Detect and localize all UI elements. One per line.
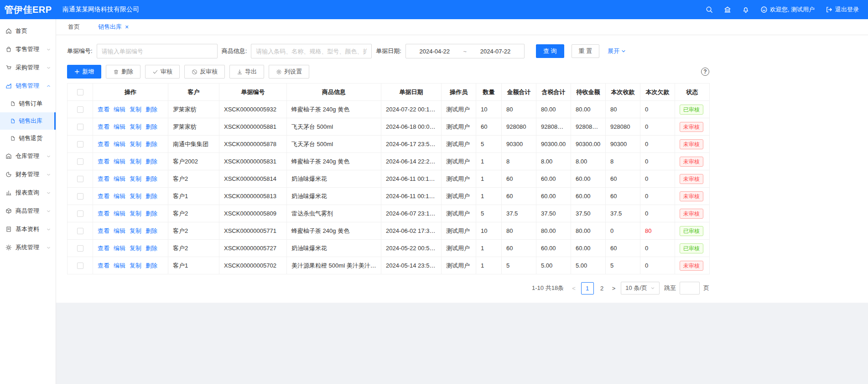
delete-link[interactable]: 删除: [146, 175, 157, 182]
edit-link[interactable]: 编辑: [114, 227, 125, 234]
edit-link[interactable]: 编辑: [114, 193, 125, 200]
view-link[interactable]: 查看: [98, 227, 109, 234]
sidebar-item-purchase-management[interactable]: 采购管理: [0, 58, 56, 77]
delete-link[interactable]: 删除: [146, 262, 157, 269]
copy-link[interactable]: 复制: [130, 193, 141, 200]
page-button-2[interactable]: 2: [598, 282, 607, 295]
cell-product: 蜂蜜柚子茶 240g 黄色: [287, 222, 381, 240]
delete-link[interactable]: 删除: [146, 141, 157, 147]
select-all-checkbox[interactable]: [77, 89, 83, 95]
prev-page-button[interactable]: <: [571, 285, 577, 292]
view-link[interactable]: 查看: [98, 141, 109, 147]
warehouse-icon: [5, 153, 12, 159]
view-link[interactable]: 查看: [98, 210, 109, 217]
copy-link[interactable]: 复制: [130, 210, 141, 217]
sidebar-item-sales-outbound[interactable]: 销售出库: [0, 112, 56, 130]
reset-button[interactable]: 重 置: [572, 44, 600, 58]
edit-link[interactable]: 编辑: [114, 262, 125, 269]
search-button[interactable]: 查 询: [536, 44, 564, 58]
delete-link[interactable]: 删除: [146, 227, 157, 234]
view-link[interactable]: 查看: [98, 175, 109, 182]
audit-button[interactable]: 审核: [145, 65, 180, 79]
cell-qty: 1: [476, 257, 502, 274]
edit-link[interactable]: 编辑: [114, 210, 125, 217]
unaudit-button[interactable]: 反审核: [184, 65, 225, 79]
sidebar-item-basic-data[interactable]: 基本资料: [0, 220, 56, 238]
export-button[interactable]: 导出: [229, 65, 264, 79]
delete-link[interactable]: 删除: [146, 245, 157, 252]
cell-amount: 90300: [502, 136, 536, 153]
edit-link[interactable]: 编辑: [114, 245, 125, 252]
edit-link[interactable]: 编辑: [114, 141, 125, 147]
view-link[interactable]: 查看: [98, 193, 109, 200]
row-checkbox[interactable]: [77, 245, 83, 252]
copy-link[interactable]: 复制: [130, 106, 141, 113]
delete-link[interactable]: 删除: [146, 123, 157, 130]
sidebar-item-finance-management[interactable]: 财务管理: [0, 165, 56, 184]
copy-link[interactable]: 复制: [130, 123, 141, 130]
next-page-button[interactable]: >: [611, 285, 617, 292]
order-no-input[interactable]: [97, 44, 218, 58]
row-checkbox[interactable]: [77, 263, 83, 269]
search-icon[interactable]: [706, 6, 713, 13]
row-checkbox[interactable]: [77, 106, 83, 113]
row-checkbox[interactable]: [77, 124, 83, 130]
date-to-value[interactable]: 2024-07-22: [480, 48, 511, 55]
sidebar-item-product-management[interactable]: 商品管理: [0, 202, 56, 220]
user-menu[interactable]: 欢迎您, 测试用户: [760, 5, 815, 14]
sidebar-item-warehouse-management[interactable]: 仓库管理: [0, 147, 56, 165]
view-link[interactable]: 查看: [98, 158, 109, 165]
sidebar-item-system-management[interactable]: 系统管理: [0, 238, 56, 257]
column-settings-button[interactable]: 列设置: [269, 65, 309, 79]
copy-link[interactable]: 复制: [130, 158, 141, 165]
home-icon: [5, 28, 12, 34]
row-checkbox[interactable]: [77, 176, 83, 182]
sidebar-item-sales-return[interactable]: 销售退货: [0, 130, 56, 147]
copy-link[interactable]: 复制: [130, 227, 141, 234]
expand-toggle[interactable]: 展开: [608, 47, 626, 55]
view-link[interactable]: 查看: [98, 262, 109, 269]
row-checkbox[interactable]: [77, 193, 83, 200]
add-button[interactable]: 新增: [67, 65, 101, 79]
edit-link[interactable]: 编辑: [114, 158, 125, 165]
copy-link[interactable]: 复制: [130, 245, 141, 252]
cell-owed: 0: [640, 240, 675, 257]
product-info-input[interactable]: [251, 44, 372, 58]
delete-button[interactable]: 删除: [106, 65, 140, 79]
sidebar-item-report-query[interactable]: 报表查询: [0, 184, 56, 202]
delete-link[interactable]: 删除: [146, 210, 157, 217]
edit-link[interactable]: 编辑: [114, 175, 125, 182]
sidebar-item-sales-management[interactable]: 销售管理: [0, 77, 56, 95]
row-checkbox[interactable]: [77, 210, 83, 217]
logout-button[interactable]: 退出登录: [826, 5, 859, 14]
delete-link[interactable]: 删除: [146, 158, 157, 165]
cell-product: 雷达杀虫气雾剂: [287, 205, 381, 222]
page-size-select[interactable]: 10 条/页: [621, 282, 660, 295]
delete-link[interactable]: 删除: [146, 106, 157, 113]
date-from-value[interactable]: 2024-04-22: [419, 48, 450, 55]
page-button-1[interactable]: 1: [581, 282, 594, 295]
row-checkbox[interactable]: [77, 141, 83, 147]
date-range-picker[interactable]: 2024-04-22 ~ 2024-07-22: [405, 44, 525, 58]
home-shortcut-icon[interactable]: [724, 6, 731, 13]
copy-link[interactable]: 复制: [130, 141, 141, 147]
sidebar-item-sales-order[interactable]: 销售订单: [0, 95, 56, 112]
copy-link[interactable]: 复制: [130, 175, 141, 182]
help-icon[interactable]: ?: [701, 68, 709, 76]
sidebar-item-retail-management[interactable]: 零售管理: [0, 40, 56, 58]
edit-link[interactable]: 编辑: [114, 123, 125, 130]
close-icon[interactable]: ×: [125, 24, 129, 30]
view-link[interactable]: 查看: [98, 245, 109, 252]
copy-link[interactable]: 复制: [130, 262, 141, 269]
row-checkbox[interactable]: [77, 158, 83, 165]
notification-bell-icon[interactable]: [742, 6, 749, 13]
view-link[interactable]: 查看: [98, 123, 109, 130]
tab-sales-outbound[interactable]: 销售出库×: [98, 19, 129, 35]
tab-home[interactable]: 首页: [68, 19, 80, 35]
view-link[interactable]: 查看: [98, 106, 109, 113]
edit-link[interactable]: 编辑: [114, 106, 125, 113]
row-checkbox[interactable]: [77, 228, 83, 234]
delete-link[interactable]: 删除: [146, 193, 157, 200]
jump-page-input[interactable]: [680, 282, 700, 295]
sidebar-item-home[interactable]: 首页: [0, 22, 56, 40]
